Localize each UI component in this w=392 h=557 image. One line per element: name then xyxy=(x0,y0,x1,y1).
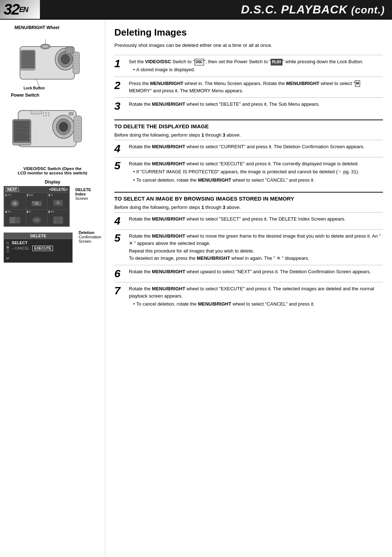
video-dsc-label: VIDEO/DSC Switch (Open the LCD monitor t… xyxy=(4,166,101,175)
step-6b: 6 Rotate the MENU/BRIGHT wheel upward to… xyxy=(114,265,383,282)
svg-point-8 xyxy=(42,45,48,48)
delete-index-screen: NEXT <DELETE> 1FX 2SX xyxy=(4,186,70,227)
delete-button-display: <DELETE> xyxy=(49,187,68,191)
main-content: MENU/BRIGHT Wheel Lock Button xyxy=(0,20,392,557)
svg-point-41 xyxy=(43,115,44,116)
svg-rect-4 xyxy=(65,47,73,54)
display-section: Display NEXT <DELETE> 1FX xyxy=(4,179,101,263)
svg-point-57 xyxy=(56,201,60,205)
step-5b: 5 Rotate the MENU/BRIGHT wheel to move t… xyxy=(114,229,383,265)
menu-bright-label: MENU/BRIGHT Wheel xyxy=(4,25,101,30)
subsection-delete-displayed: To Delete The Displayed Image Before doi… xyxy=(114,120,383,187)
subsection-2-intro: Before doing the following, perform step… xyxy=(114,204,383,211)
delete-cell-5: 5F xyxy=(26,210,48,226)
execute-option: EXECUTE xyxy=(32,246,53,251)
left-column: MENU/BRIGHT Wheel Lock Button xyxy=(0,20,105,557)
power-switch-label: Power Switch xyxy=(4,93,101,98)
deletion-confirm-title: DELETE xyxy=(30,234,46,238)
svg-marker-66 xyxy=(53,217,63,224)
svg-rect-22 xyxy=(14,121,29,141)
svg-point-38 xyxy=(43,112,44,114)
page-header: 32EN D.S.C. PLAYBACK (cont.) xyxy=(0,0,392,20)
svg-point-39 xyxy=(45,112,47,114)
svg-rect-44 xyxy=(69,112,73,115)
svg-point-3 xyxy=(61,55,70,64)
delete-cell-1: 1FX xyxy=(4,193,26,209)
top-camera-diagram: MENU/BRIGHT Wheel Lock Button xyxy=(4,25,101,98)
svg-point-52 xyxy=(32,201,34,203)
svg-rect-37 xyxy=(31,110,42,114)
delete-index-labels: DELETE Index Screen xyxy=(73,186,101,201)
step-4a: 4 Rotate the MENU/BRIGHT wheel to select… xyxy=(114,140,383,157)
delete-cell-6: 6Fn xyxy=(48,210,69,226)
subsection-1-heading: To Delete The Displayed Image xyxy=(114,120,383,129)
next-button-display: NEXT xyxy=(5,187,19,192)
svg-point-28 xyxy=(59,122,68,132)
step-2: 2 Press the MENU/BRIGHT wheel in. The Me… xyxy=(114,77,383,97)
subsection-select-browsing: To Select An Image By Browsing Images St… xyxy=(114,192,383,311)
subsection-1-intro: Before doing the following, perform step… xyxy=(114,132,383,139)
delete-grid: 1FX 2SX 3S xyxy=(4,193,69,226)
svg-point-53 xyxy=(39,203,41,206)
display-label: Display xyxy=(4,179,101,185)
delete-cell-3: 3S xyxy=(48,193,69,209)
page-number: 32EN xyxy=(0,0,40,19)
svg-rect-11 xyxy=(73,52,79,74)
svg-point-43 xyxy=(48,115,49,116)
return-icon: ↵ xyxy=(6,256,10,261)
svg-rect-59 xyxy=(9,217,15,223)
page-title: D.S.C. PLAYBACK (cont.) xyxy=(40,0,392,19)
subsection-2-heading: To Select An Image By Browsing Images St… xyxy=(114,192,383,202)
step-1: 1 Set the VIDEO/DSC Switch to "DSC", the… xyxy=(114,55,383,76)
initial-steps: 1 Set the VIDEO/DSC Switch to "DSC", the… xyxy=(114,55,383,114)
top-camera-svg: Lock Button xyxy=(9,32,96,90)
svg-point-40 xyxy=(48,112,49,114)
delete-cell-2: 2SX xyxy=(26,193,48,209)
bottom-camera-diagram: VIDEO/DSC Switch (Open the LCD monitor t… xyxy=(4,101,101,175)
step-7b: 7 Rotate the MENU/BRIGHT wheel to select… xyxy=(114,282,383,311)
svg-rect-60 xyxy=(15,217,20,223)
bottom-camera-svg xyxy=(9,101,96,163)
section-title: Deleting Images xyxy=(114,27,383,38)
svg-point-51 xyxy=(35,202,38,205)
svg-point-42 xyxy=(45,115,47,116)
svg-rect-6 xyxy=(21,51,34,68)
section-intro: Previously shot images can be deleted ei… xyxy=(114,42,383,49)
delete-cell-4: 4Fn xyxy=(4,210,26,226)
deletion-confirm-labels: Deletion Confirmation Screen xyxy=(76,229,101,243)
step-3: 3 Rotate the MENU/BRIGHT wheel to select… xyxy=(114,97,383,114)
step-5a: 5 Rotate the MENU/BRIGHT wheel to select… xyxy=(114,157,383,186)
cancel-option: – CANCEL xyxy=(12,246,29,250)
deletion-confirm-screen: DELETE ⊡ ▦ ◫ SELECT – CANCEL EXECUTE xyxy=(4,233,73,263)
right-column: Deleting Images Previously shot images c… xyxy=(105,20,392,557)
svg-rect-56 xyxy=(53,205,64,207)
step-4b: 4 Rotate the MENU/BRIGHT wheel to select… xyxy=(114,212,383,229)
select-label: SELECT xyxy=(12,241,70,245)
svg-point-48 xyxy=(14,202,16,205)
svg-point-64 xyxy=(33,218,40,222)
svg-text:Lock Button: Lock Button xyxy=(24,86,45,90)
